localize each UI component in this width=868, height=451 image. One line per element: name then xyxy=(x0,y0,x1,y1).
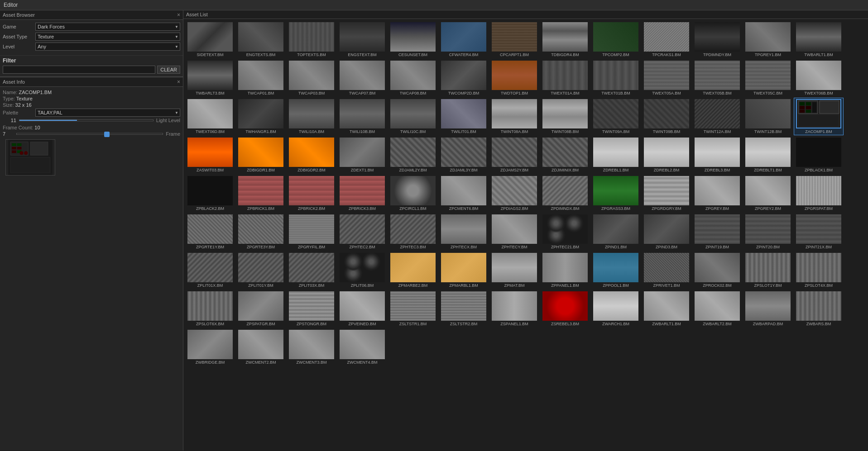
list-item[interactable]: TWBARLT3.BM xyxy=(185,59,235,97)
list-item[interactable]: ZPMAT.BM xyxy=(489,252,539,289)
list-item[interactable]: CESUNSET.BM xyxy=(388,21,438,58)
list-item[interactable]: ZWBRIDGE.BM xyxy=(185,328,235,366)
list-item[interactable]: ZPHTEC3.BM xyxy=(388,213,438,251)
list-item[interactable]: ZPMARBL1.BM xyxy=(439,252,489,289)
list-item[interactable]: ZPSLOT6X.BM xyxy=(185,290,235,328)
list-item[interactable]: ZPLIT01Y.BM xyxy=(236,252,286,289)
list-item[interactable]: ZDREBL3.BM xyxy=(692,136,742,174)
list-item[interactable]: TWDTOP1.BM xyxy=(489,59,539,97)
list-item[interactable]: TWINT09A.BM xyxy=(591,98,641,135)
list-item[interactable]: ZPHTECX.BM xyxy=(439,213,489,251)
list-item[interactable]: CPCARPT1.BM xyxy=(489,21,539,58)
list-item[interactable]: ZWCMENT3.BM xyxy=(287,328,336,366)
list-item[interactable]: ZACOMP1.BM xyxy=(794,98,844,135)
list-item[interactable]: ZPGRASS3.BM xyxy=(591,175,641,212)
list-item[interactable]: TWEXT01A.BM xyxy=(540,59,590,97)
palette-select-wrapper[interactable]: TALAY.PAL xyxy=(35,109,180,117)
list-item[interactable]: TWCAP07.BM xyxy=(337,59,387,97)
list-item[interactable]: TPGREY1.BM xyxy=(743,21,793,58)
list-item[interactable]: ZPLIT03X.BM xyxy=(287,252,336,289)
list-item[interactable]: ZDJAML3Y.BM xyxy=(439,136,489,174)
asset-type-select-wrapper[interactable]: Texture Sprite xyxy=(35,33,180,41)
list-item[interactable]: ZPHTEC2.BM xyxy=(337,213,387,251)
list-item[interactable]: ZPINT20.BM xyxy=(743,213,793,251)
list-item[interactable]: ZPMARBE2.BM xyxy=(388,252,438,289)
list-item[interactable]: ZPGRSPAT.BM xyxy=(794,175,844,212)
list-item[interactable]: TWEXT06B.BM xyxy=(794,59,844,97)
list-item[interactable]: ZPGREY2.BM xyxy=(743,175,793,212)
list-item[interactable]: ZPSTONGR.BM xyxy=(287,290,336,328)
level-select[interactable]: Any xyxy=(35,43,180,51)
list-item[interactable]: ZPDIMNDX.BM xyxy=(540,175,590,212)
list-item[interactable]: ZDREBLT1.BM xyxy=(743,136,793,174)
list-item[interactable]: ZWBARLT1.BM xyxy=(642,290,691,328)
list-item[interactable]: ZWCMENT4.BM xyxy=(337,328,387,366)
list-item[interactable]: TWHANGR1.BM xyxy=(236,98,286,135)
list-item[interactable]: ZPCIRCL1.BM xyxy=(388,175,438,212)
list-item[interactable]: TWCOMP2D.BM xyxy=(439,59,489,97)
list-item[interactable]: ZDBIGDR1.BM xyxy=(236,136,286,174)
list-item[interactable]: ZWBARLT2.BM xyxy=(692,290,742,328)
game-select-wrapper[interactable]: Dark Forces Outlaws xyxy=(35,23,180,31)
list-item[interactable]: TWEXT05B.BM xyxy=(692,59,742,97)
list-item[interactable]: TWILI10C.BM xyxy=(388,98,438,135)
list-item[interactable]: ZPSLOT1Y.BM xyxy=(743,252,793,289)
list-item[interactable]: ZSREBEL3.BM xyxy=(540,290,590,328)
list-item[interactable]: CFWATER4.BM xyxy=(439,21,489,58)
filter-input[interactable] xyxy=(3,66,155,74)
list-item[interactable]: TWINT12B.BM xyxy=(743,98,793,135)
list-item[interactable]: ZPBRICK2.BM xyxy=(287,175,336,212)
list-item[interactable]: ZDREBL2.BM xyxy=(642,136,691,174)
list-item[interactable]: ZDREBL1.BM xyxy=(591,136,641,174)
clear-button[interactable]: CLEAR xyxy=(157,66,180,74)
list-item[interactable]: ZPBLACK2.BM xyxy=(185,175,235,212)
list-item[interactable]: ZPSLOT4X.BM xyxy=(794,252,844,289)
list-item[interactable]: ZWCMENT2.BM xyxy=(236,328,286,366)
list-item[interactable]: TDBIGDR4.BM xyxy=(540,21,590,58)
list-item[interactable]: ZPRIVET1.BM xyxy=(642,252,691,289)
list-item[interactable]: ZPBRICK1.BM xyxy=(236,175,286,212)
list-item[interactable]: TWINT08B.BM xyxy=(540,98,590,135)
list-item[interactable]: ZWARCH1.BM xyxy=(591,290,641,328)
list-item[interactable]: TOPTEXTS.BM xyxy=(287,21,336,58)
level-select-wrapper[interactable]: Any xyxy=(35,43,180,51)
list-item[interactable]: ZPPANEL1.BM xyxy=(540,252,590,289)
list-item[interactable]: TWINT12A.BM xyxy=(692,98,742,135)
list-item[interactable]: TWEXT05C.BM xyxy=(743,59,793,97)
list-item[interactable]: ENGSTEXT.BM xyxy=(337,21,387,58)
list-item[interactable]: ZPGRTE3Y.BM xyxy=(236,213,286,251)
list-item[interactable]: ZSLTSTR1.BM xyxy=(388,290,438,328)
list-item[interactable]: TWILIT01.BM xyxy=(439,98,489,135)
list-item[interactable]: ZPBRICK3.BM xyxy=(337,175,387,212)
list-item[interactable]: ZDEXT1.BM xyxy=(337,136,387,174)
list-item[interactable]: TWCAP03.BM xyxy=(287,59,336,97)
list-item[interactable]: TWINT08A.BM xyxy=(489,98,539,135)
list-item[interactable]: ZPPOOL1.BM xyxy=(591,252,641,289)
frame-slider[interactable] xyxy=(16,133,163,135)
list-item[interactable]: TWCAP01.BM xyxy=(236,59,286,97)
list-item[interactable]: ZPGREY.BM xyxy=(692,175,742,212)
list-item[interactable]: ZPROCK02.BM xyxy=(692,252,742,289)
list-item[interactable]: TWILI10B.BM xyxy=(337,98,387,135)
list-item[interactable]: ZPLIT06.BM xyxy=(337,252,387,289)
list-item[interactable]: ZDJIMINIX.BM xyxy=(540,136,590,174)
list-item[interactable]: ZPIND1.BM xyxy=(591,213,641,251)
asset-browser-close[interactable]: × xyxy=(177,12,180,18)
list-item[interactable]: TWEXT05A.BM xyxy=(642,59,691,97)
list-item[interactable]: ZPLIT01X.BM xyxy=(185,252,235,289)
list-item[interactable]: TWEXT01B.BM xyxy=(591,59,641,97)
list-item[interactable]: ZPBLACK1.BM xyxy=(794,136,844,174)
light-level-slider[interactable] xyxy=(19,119,153,121)
list-item[interactable]: TPCOMP2.BM xyxy=(591,21,641,58)
list-item[interactable]: ZPINT21X.BM xyxy=(794,213,844,251)
list-item[interactable]: ZPHTEC21.BM xyxy=(540,213,590,251)
list-item[interactable]: ZDJAML2Y.BM xyxy=(388,136,438,174)
list-item[interactable]: ZPGRYFIL.BM xyxy=(287,213,336,251)
game-select[interactable]: Dark Forces Outlaws xyxy=(35,23,180,31)
list-item[interactable]: ZSPANEL1.BM xyxy=(489,290,539,328)
list-item[interactable]: ZPGRDGRY.BM xyxy=(642,175,691,212)
list-item[interactable]: TPDIMNDY.BM xyxy=(692,21,742,58)
list-item[interactable]: SIDETEXT.BM xyxy=(185,21,235,58)
list-item[interactable]: TWILI10A.BM xyxy=(287,98,336,135)
list-item[interactable]: TWBARLT1.BM xyxy=(794,21,844,58)
